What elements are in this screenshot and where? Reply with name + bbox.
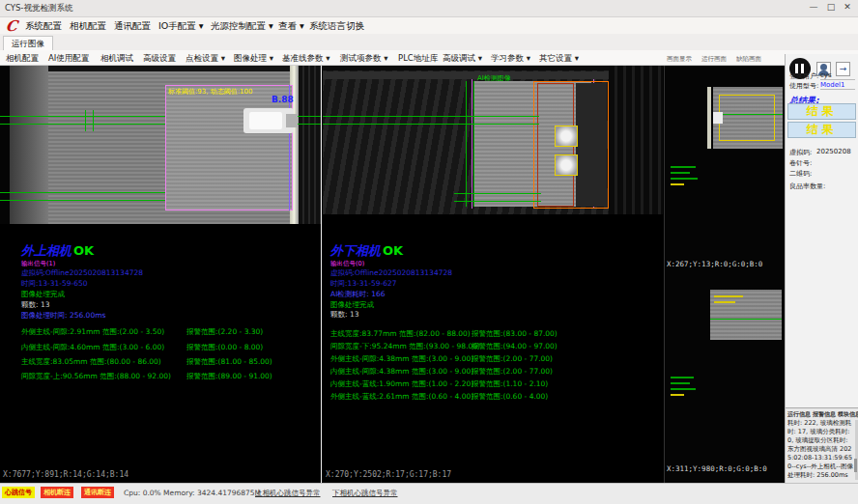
image-right-band (609, 66, 663, 214)
alarm-range: 报警范围:(2.00 - 77.00) (472, 354, 553, 364)
baseline-guide-line (454, 201, 541, 202)
user-icon (820, 64, 827, 70)
tool-other-settings[interactable]: 其它设置 ▾ (539, 53, 579, 65)
baseline-guide-line (454, 193, 541, 194)
alarm-range: 报警范围:(83.00 - 87.00) (472, 329, 558, 339)
view-option-display[interactable]: 画面显示 (667, 55, 692, 64)
middle-result-status: OK (381, 243, 403, 258)
left-camera-name: 外上相机 (21, 243, 72, 258)
thumb-result-textline (671, 166, 696, 168)
edge-marker-line (472, 79, 472, 209)
measurement-row: 内侧主线-蓝线:1.90mm 范围:(1.00 - 2.20) (330, 379, 473, 389)
thumb-overlay-textline (714, 301, 735, 303)
thumbnail-camera-4[interactable] (710, 290, 782, 340)
menu-system-config[interactable]: 系统配置 (25, 20, 62, 33)
thumb-result-textline (671, 172, 690, 174)
thumb-result-textline (671, 388, 696, 390)
view-option-run[interactable]: 运行画面 (701, 55, 727, 64)
tool-camera-debug[interactable]: 相机调试 (100, 53, 133, 65)
log-panel: 运行信息 报警信息 模块信息 耗时: 222, 玻璃检测耗时: 17, 玻璃分类… (786, 407, 858, 483)
thumb-result-textline (671, 183, 684, 185)
middle-camera-name: 外下相机 (330, 243, 381, 258)
lower-camera-warning[interactable]: 下相机心跳信号异常 (332, 489, 398, 498)
tool-learn-param[interactable]: 学习参数 ▾ (491, 53, 530, 65)
baseline-guide-line (323, 116, 539, 117)
status-bar: 心跳信号 相机断连 通讯断连 Cpu: 0.0% Memory: 3424.41… (0, 483, 858, 504)
model-label: 使用型号: (789, 81, 818, 91)
thumb-result-textline (671, 394, 684, 396)
tool-spot-check[interactable]: 点检设置 ▾ (186, 53, 225, 65)
result-box-2: 结果 (787, 122, 856, 138)
alarm-range: 报警范围:(0.00 - 8.00) (186, 343, 263, 352)
tool-advanced[interactable]: 高级设置 (143, 53, 176, 65)
left-pixel-coords: X:7677;Y:891;R:14;G:14;B:14 (3, 470, 129, 479)
alarm-range: 报警范围:(0.60 - 4.00) (472, 392, 548, 402)
middle-pixel-coords: X:270;Y:2502;R:17;G:17;B:17 (326, 470, 451, 479)
left-time-text: 时间:13-31-59-650 (21, 279, 88, 289)
maximize-button[interactable]: □ (823, 2, 839, 12)
model-value: Model1 (820, 81, 855, 90)
tool-image-process[interactable]: 图像处理 ▾ (234, 53, 273, 65)
left-result-status: OK (72, 243, 94, 258)
tool-ai-config[interactable]: AI使用配置 (48, 53, 89, 65)
close-button[interactable]: ✕ (840, 2, 855, 12)
brand-logo-icon: C (5, 17, 18, 35)
thumb-guide-line (710, 319, 782, 320)
tool-adv-debug[interactable]: 高级调试 ▾ (443, 53, 482, 65)
log-scrollbar-thumb[interactable] (854, 459, 857, 472)
tool-test-param[interactable]: 测试项参数 ▾ (340, 53, 387, 65)
menu-io-config[interactable]: IO手配置 ▾ (158, 20, 204, 33)
menu-light-config[interactable]: 光源控制配置 ▾ (211, 20, 273, 33)
guide-tick (93, 110, 94, 131)
menu-language-switch[interactable]: 系统语言切换 (309, 20, 364, 33)
log-tab-alarm[interactable]: 报警信息 (813, 410, 836, 419)
middle-signal-text: 输出信号(0) (330, 260, 364, 268)
left-process-time: 图像处理时间: 256.00ms (21, 311, 105, 321)
winder-number-label: 卷针号: (789, 158, 812, 168)
middle-result-title: 外下相机OK (330, 242, 403, 260)
virtual-code-label: 虚拟码: (789, 148, 812, 157)
measurement-row: 外侧主线-间隙:4.38mm 范围:(3.00 - 9.00) (330, 354, 473, 364)
thumb-result-textline (671, 382, 690, 384)
heartbeat-badge: 心跳信号 (2, 487, 35, 498)
tab-strip: 运行图像 (0, 34, 858, 50)
thumb-result-textline (671, 178, 698, 180)
image-right-band (299, 66, 321, 224)
thumb-result-textline (671, 377, 694, 378)
alarm-range: 报警范围:(89.00 - 91.00) (186, 372, 272, 381)
connector-core (249, 112, 282, 129)
middle-barcode-text: 虚拟码:Offline2025020813134728 (330, 268, 452, 278)
middle-count-text: 颗数: 13 (330, 310, 358, 320)
thumb-overlay-textline (714, 295, 743, 297)
menu-view[interactable]: 查看 ▾ (278, 20, 304, 33)
thumbnail-column: X:267;Y:13;R:0;G:0;B:0 X:311;Y:980;R:0;G… (665, 66, 785, 483)
menu-comm-config[interactable]: 通讯配置 (114, 20, 151, 33)
log-tab-module[interactable]: 模块信息 (838, 410, 858, 419)
view-option-defect[interactable]: 缺陷画面 (736, 55, 761, 64)
comm-disc-badge: 通讯断连 (81, 487, 114, 498)
qrcode-label: 二维码: (789, 169, 812, 179)
alarm-range: 报警范围:(2.00 - 77.00) (472, 367, 553, 377)
defect-spot (555, 154, 578, 176)
thumb-blob (713, 112, 723, 124)
tool-plc-address[interactable]: PLC地址库 (398, 53, 438, 65)
menu-camera-config[interactable]: 相机配置 (70, 20, 106, 33)
left-camera-image[interactable]: 标准阈值:93, 动态阈值:100 B.88 (0, 66, 321, 224)
alarm-range: 报警范围:(1.10 - 2.10) (472, 379, 548, 389)
log-text: 耗时: 222, 玻璃检测耗时: 17, 玻璃分类耗时: 0, 玻璃提取分区耗时… (787, 419, 853, 480)
thumb1-pixel-coords: X:267;Y:13;R:0;G:0;B:0 (667, 260, 762, 268)
tool-baseline-param[interactable]: 基准线参数 ▾ (282, 53, 329, 65)
right-sidebar: → 登录用户: cys 使用型号: Model1 总结果: 结果 结果 虚拟码:… (785, 54, 858, 483)
middle-camera-image[interactable]: AI检测图像 (323, 66, 663, 214)
thumbnail-camera-3[interactable] (713, 87, 783, 149)
measurement-row: 内侧主线-间隙:4.60mm 范围:(3.00 - 6.00) (21, 343, 164, 352)
alarm-range: 报警范围:(2.20 - 3.30) (186, 327, 263, 337)
result-box-1: 结果 (787, 103, 856, 120)
tab-run-image[interactable]: 运行图像 (3, 36, 53, 50)
tool-camera-config[interactable]: 相机配置 (6, 53, 39, 65)
camera-disc-badge: 相机断连 (41, 487, 73, 498)
log-tab-run[interactable]: 运行信息 (787, 410, 811, 419)
minimize-button[interactable]: — (806, 2, 821, 12)
connector-tip (286, 114, 298, 127)
upper-camera-warning[interactable]: 上相机心跳信号异常 (255, 489, 321, 498)
